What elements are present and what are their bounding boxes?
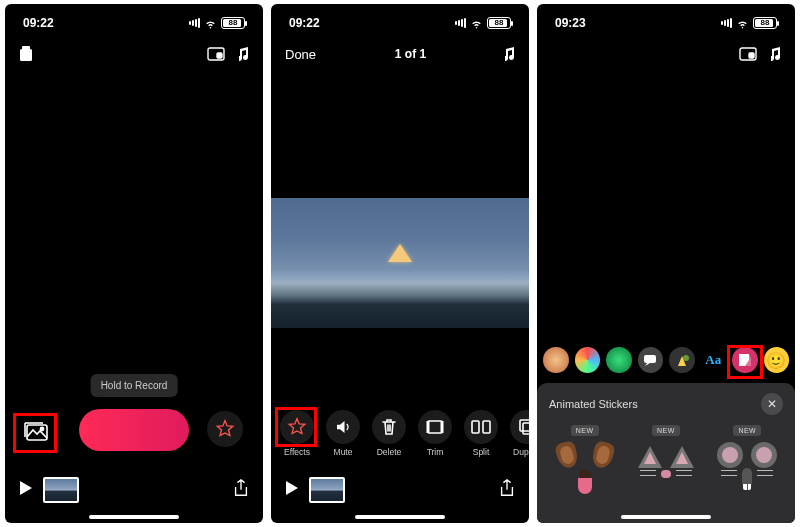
- status-bar: 09:22 88: [271, 4, 529, 38]
- wifi-icon: [470, 17, 483, 30]
- screenshot-2: 09:22 88 Done 1 of 1 Effects Mute Delete: [271, 4, 529, 523]
- music-icon[interactable]: [239, 47, 249, 61]
- clip-counter: 1 of 1: [395, 47, 426, 61]
- camera-viewport: Hold to Record: [5, 70, 263, 523]
- status-time: 09:22: [289, 16, 320, 30]
- highlight-box-stickers: [727, 345, 763, 379]
- svg-point-14: [683, 355, 689, 361]
- signal-icon: [720, 18, 732, 28]
- svg-rect-10: [520, 420, 529, 431]
- tool-mute-label: Mute: [334, 447, 353, 457]
- editor-viewport: Effects Mute Delete Trim Split Dupli…: [271, 70, 529, 523]
- tool-delete-label: Delete: [377, 447, 402, 457]
- top-bar: [537, 38, 795, 70]
- new-badge: NEW: [571, 425, 599, 436]
- effects-viewport: Aa 🙂 Animated Stickers ✕ NEW NEW: [537, 70, 795, 523]
- svg-rect-6: [428, 421, 442, 433]
- svg-rect-3: [217, 53, 222, 58]
- tool-trim-label: Trim: [427, 447, 444, 457]
- effect-text-icon[interactable]: Aa: [701, 347, 727, 373]
- photo-preview[interactable]: [271, 198, 529, 328]
- close-button[interactable]: ✕: [761, 393, 783, 415]
- svg-rect-13: [644, 355, 656, 363]
- tool-duplicate-label: Dupli…: [513, 447, 529, 457]
- tool-trim[interactable]: Trim: [415, 410, 455, 457]
- sticker-dog-icon: [555, 440, 615, 492]
- status-time: 09:23: [555, 16, 586, 30]
- wifi-icon: [736, 17, 749, 30]
- home-indicator: [89, 515, 179, 519]
- tool-split-label: Split: [473, 447, 490, 457]
- share-button[interactable]: [499, 479, 515, 501]
- signal-icon: [188, 18, 200, 28]
- top-bar: [5, 38, 263, 70]
- tool-delete[interactable]: Delete: [369, 410, 409, 457]
- aspect-ratio-icon[interactable]: [739, 47, 757, 61]
- effect-filters-icon[interactable]: [575, 347, 601, 373]
- clip-thumbnail[interactable]: [309, 477, 345, 503]
- tool-mute[interactable]: Mute: [323, 410, 363, 457]
- tool-duplicate[interactable]: Dupli…: [507, 410, 529, 457]
- record-tooltip: Hold to Record: [91, 374, 178, 397]
- sticker-mouse-icon: [717, 440, 777, 492]
- tool-split[interactable]: Split: [461, 410, 501, 457]
- wifi-icon: [204, 17, 217, 30]
- home-indicator: [355, 515, 445, 519]
- new-badge: NEW: [733, 425, 761, 436]
- svg-rect-1: [22, 46, 30, 50]
- top-bar: Done 1 of 1: [271, 38, 529, 70]
- highlight-box-effects: [275, 407, 317, 447]
- clip-thumbnail[interactable]: [43, 477, 79, 503]
- sticker-mouse[interactable]: NEW: [712, 425, 783, 492]
- clip-tray: [19, 475, 249, 505]
- panel-title: Animated Stickers: [549, 398, 638, 410]
- sticker-cat-icon: [636, 440, 696, 492]
- record-button[interactable]: [79, 409, 189, 451]
- screenshot-3: 09:23 88 Aa 🙂 Animated Stickers: [537, 4, 795, 523]
- effects-button[interactable]: [207, 411, 243, 447]
- status-right: 88: [188, 17, 245, 30]
- svg-rect-0: [20, 49, 32, 61]
- status-right: 88: [454, 17, 511, 30]
- aspect-ratio-icon[interactable]: [207, 47, 225, 61]
- svg-rect-7: [472, 421, 479, 433]
- music-icon[interactable]: [505, 47, 515, 61]
- svg-rect-9: [523, 423, 529, 434]
- animated-stickers-panel: Animated Stickers ✕ NEW NEW: [537, 383, 795, 523]
- effect-emoji-icon[interactable]: 🙂: [764, 347, 790, 373]
- play-button[interactable]: [285, 481, 299, 499]
- effect-memoji-icon[interactable]: [543, 347, 569, 373]
- effect-shapes-icon[interactable]: [669, 347, 695, 373]
- play-button[interactable]: [19, 481, 33, 499]
- screenshot-1: 09:22 88 Hold to Record: [5, 4, 263, 523]
- status-time: 09:22: [23, 16, 54, 30]
- home-indicator: [621, 515, 711, 519]
- signal-icon: [454, 18, 466, 28]
- status-bar: 09:22 88: [5, 4, 263, 38]
- svg-rect-8: [483, 421, 490, 433]
- status-bar: 09:23 88: [537, 4, 795, 38]
- new-badge: NEW: [652, 425, 680, 436]
- effect-text-bubble-icon[interactable]: [638, 347, 664, 373]
- highlight-box-library: [13, 413, 57, 453]
- share-button[interactable]: [233, 479, 249, 501]
- tool-effects-label: Effects: [284, 447, 310, 457]
- status-right: 88: [720, 17, 777, 30]
- effect-live-icon[interactable]: [606, 347, 632, 373]
- battery-icon: 88: [221, 17, 245, 29]
- sticker-dog[interactable]: NEW: [549, 425, 620, 492]
- music-icon[interactable]: [771, 47, 781, 61]
- battery-icon: 88: [487, 17, 511, 29]
- clip-tray: [285, 475, 515, 505]
- sticker-cat[interactable]: NEW: [630, 425, 701, 492]
- project-icon[interactable]: [19, 46, 33, 62]
- svg-rect-12: [749, 53, 754, 58]
- battery-icon: 88: [753, 17, 777, 29]
- done-button[interactable]: Done: [285, 47, 316, 62]
